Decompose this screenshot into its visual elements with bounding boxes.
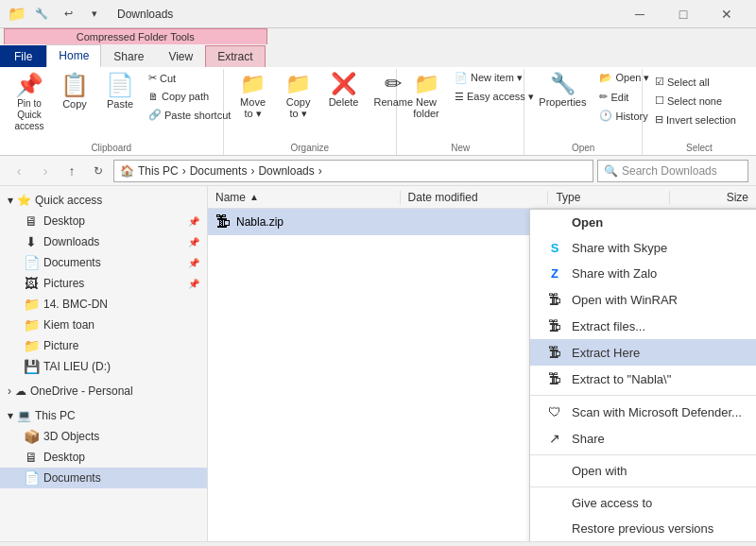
copy-to-btn[interactable]: 📁 Copyto ▾ bbox=[277, 69, 320, 125]
ribbon-group-organize: 📁 Moveto ▾ 📁 Copyto ▾ ❌ Delete ✏ Rename … bbox=[224, 69, 397, 155]
ctx-restore[interactable]: Restore previous versions bbox=[530, 516, 756, 541]
pin-indicator3: 📌 bbox=[188, 258, 199, 268]
ctx-open-with[interactable]: Open with › bbox=[530, 458, 756, 484]
ctx-open[interactable]: Open bbox=[530, 210, 756, 235]
invert-label: Invert selection bbox=[666, 114, 736, 126]
ctx-give-access[interactable]: Give access to › bbox=[530, 490, 756, 516]
qat-properties-btn[interactable]: 🔧 bbox=[30, 4, 53, 25]
paste-shortcut-icon: 🔗 bbox=[148, 109, 162, 121]
move-to-btn[interactable]: 📁 Moveto ▾ bbox=[232, 69, 275, 125]
title-text: Downloads bbox=[117, 8, 173, 21]
up-btn[interactable]: ↑ bbox=[60, 160, 83, 182]
sidebar-item-downloads[interactable]: ⬇ Downloads 📌 bbox=[0, 231, 207, 252]
select-none-btn[interactable]: ☐ Select none bbox=[650, 92, 741, 110]
col-header-type[interactable]: Type bbox=[548, 191, 670, 204]
title-bar-controls: ─ □ ✕ bbox=[618, 0, 748, 28]
drive-tailieu-icon: 💾 bbox=[23, 359, 40, 374]
pictures-label: Pictures bbox=[43, 277, 84, 290]
back-btn[interactable]: ‹ bbox=[8, 160, 30, 182]
ribbon-group-open: 🔧 Properties 📂 Open ▾ ✏ Edit 🕐 History O… bbox=[524, 69, 643, 155]
maximize-btn[interactable]: □ bbox=[662, 0, 705, 28]
clipboard-label: Clipboard bbox=[0, 143, 223, 153]
folder-kiemtoan-icon: 📁 bbox=[23, 317, 40, 333]
tab-home[interactable]: Home bbox=[46, 44, 101, 67]
copy-path-label: Copy path bbox=[162, 91, 209, 102]
ctx-open-winrar[interactable]: 🗜 Open with WinRAR bbox=[530, 286, 756, 313]
ctx-extract-to[interactable]: 🗜 Extract to "Nabla\" bbox=[530, 366, 756, 392]
tab-file[interactable]: File bbox=[0, 45, 46, 67]
new-folder-btn[interactable]: 📁 Newfolder bbox=[404, 69, 448, 124]
crumb-downloads: Downloads bbox=[258, 164, 314, 178]
copy-btn[interactable]: 📋 Copy bbox=[53, 69, 96, 114]
sidebar-item-documents[interactable]: 📄 Documents 📌 bbox=[0, 252, 207, 273]
sidebar-item-14bmc[interactable]: 📁 14. BMC-DN bbox=[0, 294, 207, 315]
select-label: Select bbox=[643, 143, 756, 153]
ctx-give-access-label: Give access to bbox=[572, 496, 652, 510]
col-header-date[interactable]: Date modified bbox=[401, 191, 549, 204]
edit-icon: ✏ bbox=[599, 91, 608, 103]
pin-to-quick-access-btn[interactable]: 📌 Pin to Quickaccess bbox=[8, 69, 51, 137]
sidebar-header-quick-access[interactable]: ▾ ⭐ Quick access bbox=[0, 190, 207, 211]
paste-icon: 📄 bbox=[106, 74, 134, 96]
paste-shortcut-btn[interactable]: 🔗 Paste shortcut bbox=[144, 106, 235, 124]
ctx-share[interactable]: ↗ Share bbox=[530, 425, 756, 452]
ctx-extract-files-label: Extract files... bbox=[572, 319, 645, 333]
pictures-icon: 🖼 bbox=[23, 276, 40, 291]
sidebar: ▾ ⭐ Quick access 🖥 Desktop 📌 ⬇ Downloads… bbox=[0, 186, 208, 541]
qat-dropdown-btn[interactable]: ▾ bbox=[83, 4, 106, 25]
ctx-defender[interactable]: 🛡 Scan with Microsoft Defender... bbox=[530, 399, 756, 425]
sidebar-item-picture[interactable]: 📁 Picture bbox=[0, 335, 207, 356]
ctx-share-label: Share bbox=[572, 432, 605, 446]
cut-btn[interactable]: ✂ Cut bbox=[144, 69, 235, 87]
minimize-btn[interactable]: ─ bbox=[618, 0, 662, 28]
history-icon: 🕐 bbox=[599, 110, 612, 122]
sidebar-item-tailieu[interactable]: 💾 TAI LIEU (D:) bbox=[0, 356, 207, 377]
tailieu-label: TAI LIEU (D:) bbox=[43, 360, 111, 373]
ctx-share-zalo[interactable]: Z Share with Zalo bbox=[530, 261, 756, 286]
ctx-extract-here-label: Extract Here bbox=[572, 346, 640, 360]
chevron-right-icon: › bbox=[8, 384, 11, 398]
sidebar-header-thispc[interactable]: ▾ 💻 This PC bbox=[0, 405, 207, 426]
col-header-name[interactable]: Name ▲ bbox=[208, 191, 401, 204]
properties-btn[interactable]: 🔧 Properties bbox=[532, 69, 593, 112]
forward-btn[interactable]: › bbox=[34, 160, 57, 182]
sidebar-item-desktop2[interactable]: 🖥 Desktop bbox=[0, 447, 207, 468]
documents2-icon: 📄 bbox=[23, 470, 40, 486]
search-box[interactable]: 🔍 Search Downloads bbox=[597, 160, 748, 182]
ctx-extract-files[interactable]: 🗜 Extract files... bbox=[530, 313, 756, 339]
ctx-extract-here[interactable]: 🗜 Extract Here bbox=[530, 339, 756, 366]
delete-btn[interactable]: ❌ Delete bbox=[322, 69, 366, 112]
3dobjects-icon: 📦 bbox=[23, 429, 40, 444]
tab-extract[interactable]: Extract bbox=[205, 45, 265, 67]
select-all-btn[interactable]: ☑ Select all bbox=[650, 73, 741, 91]
sidebar-item-3dobjects[interactable]: 📦 3D Objects bbox=[0, 426, 207, 447]
refresh-btn[interactable]: ↻ bbox=[87, 160, 110, 182]
context-menu: Open S Share with Skype Z Share with Zal… bbox=[529, 209, 756, 541]
copy-path-btn[interactable]: 🗎 Copy path bbox=[144, 88, 235, 105]
invert-selection-btn[interactable]: ⊟ Invert selection bbox=[650, 111, 741, 128]
sidebar-item-documents2[interactable]: 📄 Documents bbox=[0, 468, 207, 488]
documents-label: Documents bbox=[43, 256, 101, 269]
new-label: New bbox=[397, 143, 524, 153]
tab-share[interactable]: Share bbox=[101, 45, 156, 67]
sidebar-item-pictures[interactable]: 🖼 Pictures 📌 bbox=[0, 273, 207, 294]
quick-access-icon: ⭐ bbox=[17, 194, 31, 207]
qat-undo-btn[interactable]: ↩ bbox=[57, 4, 79, 25]
title-bar-left: 📁 🔧 ↩ ▾ Downloads bbox=[8, 4, 173, 25]
tab-view[interactable]: View bbox=[156, 45, 205, 67]
paste-btn[interactable]: 📄 Paste bbox=[98, 69, 142, 114]
close-btn[interactable]: ✕ bbox=[705, 0, 748, 28]
extract-here-icon: 🗜 bbox=[545, 345, 564, 360]
desktop2-icon: 🖥 bbox=[23, 450, 40, 465]
sidebar-item-desktop[interactable]: 🖥 Desktop 📌 bbox=[0, 211, 207, 231]
sidebar-item-kiemtoan[interactable]: 📁 Kiem toan bbox=[0, 315, 207, 335]
select-none-label: Select none bbox=[667, 95, 722, 107]
3dobjects-label: 3D Objects bbox=[43, 430, 99, 443]
address-input[interactable]: 🏠 This PC › Documents › Downloads › bbox=[113, 160, 593, 182]
col-header-size[interactable]: Size bbox=[670, 191, 756, 204]
sidebar-header-onedrive[interactable]: › ☁ OneDrive - Personal bbox=[0, 381, 207, 401]
cut-icon: ✂ bbox=[148, 72, 157, 84]
ctx-skype-label: Share with Skype bbox=[572, 241, 667, 255]
ctx-share-skype[interactable]: S Share with Skype bbox=[530, 235, 756, 261]
folder-picture-icon: 📁 bbox=[23, 338, 40, 353]
